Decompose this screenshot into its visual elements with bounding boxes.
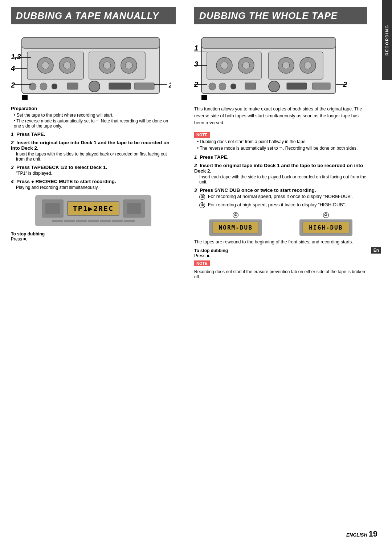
- svg-point-37: [282, 62, 290, 69]
- right-step-3: 3 Press SYNC DUB once or twice to start …: [194, 187, 367, 236]
- display-item-1: ① NORM-DUB: [194, 212, 277, 236]
- svg-rect-17: [109, 83, 131, 89]
- left-step-1: 1 Press TAPE.: [11, 132, 176, 137]
- page-footer: ENGLISH 19: [346, 529, 377, 539]
- svg-text:3: 3: [194, 60, 198, 68]
- note-2-text: Recording does not start if the erasure …: [194, 269, 367, 279]
- left-stop-dubbing: To stop dubbing Press ■.: [11, 231, 176, 242]
- svg-point-41: [219, 83, 226, 90]
- right-intro-text: This function allows you to make exact c…: [194, 106, 367, 126]
- svg-text:2: 2: [168, 81, 171, 89]
- circle-2: ②: [199, 202, 205, 208]
- right-step-1-text: Press TAPE.: [200, 154, 228, 160]
- step-num-4: 4: [11, 179, 14, 184]
- norm-dub-display: NORM-DUB: [212, 222, 259, 234]
- display-item-2: ② HIGH-DUB: [285, 212, 368, 236]
- step-3-text: Press TAPE/DECK 1/2 to select Deck 1.: [16, 165, 107, 170]
- right-device-illustration: 1 3 2 2: [194, 30, 367, 102]
- prep-point-2: The reverse mode is automatically set to…: [11, 118, 176, 129]
- left-display-text: TP1▶2REC: [67, 201, 119, 216]
- right-sub-step-2: ② For recording at high speed, press it …: [194, 202, 367, 208]
- footer-english: ENGLISH: [346, 532, 367, 538]
- svg-text:1: 1: [194, 44, 198, 52]
- recording-tab: RECORDING: [382, 0, 392, 80]
- circle-1: ①: [199, 194, 205, 200]
- svg-point-5: [42, 62, 49, 69]
- svg-rect-29: [201, 37, 336, 48]
- svg-point-42: [230, 84, 236, 89]
- step-4-detail: Playing and recording start simultaneous…: [11, 185, 176, 190]
- right-stop-dubbing-text: Press ■.: [194, 253, 367, 258]
- right-step-2: 2 Insert the original tape into Deck 1 a…: [194, 163, 367, 185]
- right-step-1: 1 Press TAPE.: [194, 154, 367, 160]
- right-section-header: DUBBING THE WHOLE TAPE: [194, 7, 367, 24]
- svg-point-33: [221, 62, 228, 69]
- preparation-section: Preparation Set the tape to the point wh…: [11, 106, 176, 129]
- svg-point-13: [40, 83, 47, 90]
- right-step-2-detail: Insert each tape with the side to be pla…: [194, 174, 367, 185]
- svg-point-14: [52, 84, 57, 89]
- svg-rect-15: [67, 83, 78, 89]
- svg-text:2: 2: [343, 80, 347, 88]
- left-section-header: DUBBING A TAPE MANUALLY: [11, 7, 176, 24]
- left-device-illustration: 1,3 4 2 2: [11, 30, 176, 102]
- right-step-num-2: 2: [194, 163, 197, 168]
- step-4-text: Press ● REC/REC MUTE to start recording.: [16, 179, 116, 184]
- svg-rect-43: [245, 83, 256, 89]
- svg-text:1,3: 1,3: [11, 53, 21, 61]
- preparation-title: Preparation: [11, 106, 176, 111]
- svg-rect-45: [287, 83, 307, 89]
- svg-point-39: [304, 62, 311, 69]
- display-num-2: ②: [323, 212, 329, 218]
- svg-rect-55: [201, 95, 207, 100]
- note-badge-1: NOTE: [194, 132, 210, 138]
- svg-text:4: 4: [11, 64, 15, 72]
- step-num-2: 2: [11, 140, 14, 145]
- left-step-3: 3 Press TAPE/DECK 1/2 to select Deck 1. …: [11, 165, 176, 176]
- right-step-num-1: 1: [194, 154, 197, 160]
- sub-step-1-text: For recording at normal speed, press it …: [208, 194, 354, 199]
- step-num-1: 1: [11, 132, 14, 137]
- right-note-1: NOTE Dubbing does not start from a point…: [194, 130, 367, 151]
- dual-display-area: ① NORM-DUB ② HIGH-DUB: [194, 212, 367, 236]
- svg-point-16: [89, 81, 100, 92]
- high-dub-display: HIGH-DUB: [302, 222, 350, 234]
- svg-text:2: 2: [11, 81, 15, 89]
- right-step-3-text: Press SYNC DUB once or twice to start re…: [200, 187, 316, 193]
- left-step-4: 4 Press ● REC/REC MUTE to start recordin…: [11, 179, 176, 190]
- left-stop-dubbing-title: To stop dubbing: [11, 231, 176, 236]
- left-display-area: TP1▶2REC: [11, 195, 176, 226]
- right-step-2-text: Insert the original tape into Deck 1 and…: [194, 163, 363, 174]
- note-1-point-2: The reverse mode is automatically set to…: [194, 146, 367, 151]
- step-2-detail: Insert the tapes with the sides to be pl…: [11, 151, 176, 162]
- note-1-point-1: Dubbing does not start from a point half…: [194, 139, 367, 144]
- step-1-text: Press TAPE.: [16, 132, 45, 137]
- left-step-2: 2 Insert the original tape into Deck 1 a…: [11, 140, 176, 162]
- note-badge-2: NOTE: [194, 260, 210, 266]
- sub-step-2-text: For recording at high speed, press it tw…: [208, 202, 346, 207]
- step-3-detail: "TP1" is displayed.: [11, 171, 176, 176]
- tapes-rewound-text: The tapes are rewound to the beginning o…: [194, 239, 367, 244]
- right-stop-dubbing: To stop dubbing Press ■.: [194, 248, 367, 258]
- svg-point-44: [269, 81, 279, 92]
- svg-point-35: [242, 62, 250, 69]
- prep-point-1: Set the tape to the point where recordin…: [11, 113, 176, 118]
- svg-point-7: [64, 62, 71, 69]
- en-badge: En: [371, 247, 381, 254]
- svg-rect-1: [22, 37, 160, 48]
- display-num-1: ①: [233, 212, 238, 218]
- right-step-num-3: 3: [194, 187, 197, 193]
- svg-rect-18: [134, 83, 154, 89]
- svg-point-11: [125, 62, 132, 69]
- svg-point-12: [29, 83, 36, 90]
- svg-text:2: 2: [194, 80, 198, 88]
- right-stop-dubbing-title: To stop dubbing: [194, 248, 367, 253]
- right-sub-step-1: ① For recording at normal speed, press i…: [194, 194, 367, 200]
- step-2-text: Insert the original tape into Deck 1 and…: [11, 140, 170, 151]
- footer-page-num: 19: [369, 529, 377, 538]
- svg-point-9: [103, 62, 111, 69]
- svg-point-40: [209, 83, 216, 90]
- right-note-2: NOTE Recording does not start if the era…: [194, 258, 367, 279]
- step-num-3: 3: [11, 165, 14, 170]
- left-stop-dubbing-text: Press ■.: [11, 236, 176, 242]
